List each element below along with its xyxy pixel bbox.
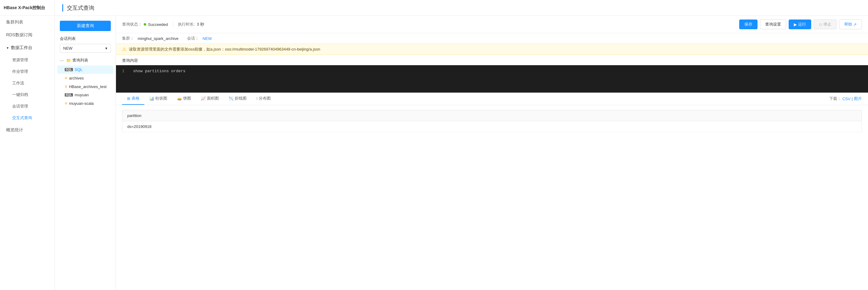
bar-icon: 📊 <box>149 96 154 101</box>
run-icon: ▶ <box>794 22 797 27</box>
session-select[interactable]: NEW ▾ <box>60 44 111 53</box>
sidebar-item-rds-subscribe[interactable]: RDS数据订阅 <box>0 29 55 41</box>
download-label: 下载： <box>829 96 841 102</box>
main-area: 交互式查询 新建查询 会话列表 NEW ▾ — 📁 查询列表 <box>55 0 868 290</box>
query-item-hbase-archives-test[interactable]: ≡ HBase_archives_test <box>57 82 113 91</box>
table-icon: ⊞ <box>127 96 130 101</box>
divider-1 <box>173 22 173 27</box>
column-partition: partition <box>122 110 862 121</box>
cluster-label: 集群： <box>122 36 134 41</box>
save-button[interactable]: 保存 <box>739 20 757 29</box>
tab-pie[interactable]: 🥧 饼图 <box>172 93 196 105</box>
query-list-header: — 📁 查询列表 <box>57 57 113 64</box>
sidebar-item-workflow[interactable]: 工作流 <box>6 77 55 89</box>
expand-arrow-icon: ▼ <box>6 46 9 50</box>
cell-ds: ds=20190918 <box>122 121 862 132</box>
app-title: HBase X-Pack控制台 <box>4 5 45 11</box>
query-item-muyuan-scala[interactable]: ≡ muyuan-scala <box>57 99 113 108</box>
run-button[interactable]: ▶ 运行 <box>789 20 811 29</box>
app-logo: HBase X-Pack控制台 <box>0 0 55 16</box>
spark-icon: ≡ <box>65 76 67 80</box>
sql-badge-icon: SQL <box>65 68 73 71</box>
status-section: 查询状态： Succeeded <box>122 22 168 27</box>
content-area: 新建查询 会话列表 NEW ▾ — 📁 查询列表 SQL SQL <box>55 16 868 290</box>
warning-bar: ⚠ 读取资源管理里面的文件需要添加oss前缀，如a.json：oss://mul… <box>116 44 868 55</box>
spark-icon-3: ≡ <box>65 101 67 106</box>
session-link[interactable]: NEW <box>203 36 212 41</box>
line-number: 1 <box>122 69 128 73</box>
folder-icon: 📁 <box>66 58 71 63</box>
status-dot-icon <box>144 23 146 26</box>
query-item-muyuan[interactable]: SQL muyuan <box>57 91 113 99</box>
result-table-container: partition ds=20190918 <box>116 105 868 290</box>
query-settings-button[interactable]: 查询设置 <box>760 20 786 29</box>
query-content-label: 查询内容 <box>116 55 868 65</box>
cluster-info-bar: 集群： minghui_spark_archive 会话： NEW <box>116 33 868 44</box>
sidebar-item-one-key-archive[interactable]: 一键归档 <box>6 89 55 101</box>
session-info-label: 会话： <box>187 36 199 41</box>
table-row: ds=20190918 <box>122 121 862 132</box>
toolbar-actions: 保存 查询设置 ▶ 运行 ⊙ 停止 帮助 ↗ <box>739 20 862 29</box>
stop-icon: ⊙ <box>819 22 822 27</box>
warning-icon: ⚠ <box>122 46 126 52</box>
download-separator: | <box>852 97 853 101</box>
exec-time-value: 3 秒 <box>197 22 204 27</box>
tab-scatter[interactable]: ⁝ 分布图 <box>251 93 276 105</box>
sidebar: HBase X-Pack控制台 集群列表 RDS数据订阅 ▼ 数据工作台 资源管… <box>0 0 55 290</box>
session-label: 会话列表 <box>60 36 111 41</box>
chevron-down-icon: ▾ <box>105 46 107 50</box>
tab-area[interactable]: 📈 面积图 <box>196 93 224 105</box>
line-icon: 📉 <box>228 96 234 101</box>
query-toolbar: 查询状态： Succeeded 执行时长: 3 秒 保存 查询设置 ▶ 运行 <box>116 16 868 33</box>
collapse-icon[interactable]: — <box>60 58 64 63</box>
right-panel: 查询状态： Succeeded 执行时长: 3 秒 保存 查询设置 ▶ 运行 <box>116 16 868 290</box>
code-line-1: 1 show partitions orders <box>122 69 862 73</box>
query-item-archives[interactable]: ≡ archives <box>57 74 113 82</box>
download-image-link[interactable]: 图片 <box>854 96 862 102</box>
download-section: 下载： CSV | 图片 <box>829 96 862 102</box>
spark-icon-2: ≡ <box>65 84 67 89</box>
download-csv-link[interactable]: CSV <box>842 97 850 101</box>
query-list-section: — 📁 查询列表 SQL SQL ≡ archives ≡ HBase_a <box>55 57 116 108</box>
status-value: Succeeded <box>148 22 168 27</box>
sidebar-item-job-mgmt[interactable]: 作业管理 <box>6 66 55 77</box>
result-tabs: ⊞ 表格 📊 柱状图 🥧 饼图 📈 面积图 📉 折线图 <box>116 93 868 105</box>
sidebar-item-resource-mgmt[interactable]: 资源管理 <box>6 54 55 66</box>
area-icon: 📈 <box>201 96 206 101</box>
left-panel: 新建查询 会话列表 NEW ▾ — 📁 查询列表 SQL SQL <box>55 16 116 290</box>
sidebar-item-cluster-list[interactable]: 集群列表 <box>0 16 55 29</box>
tab-line[interactable]: 📉 折线图 <box>224 93 251 105</box>
sidebar-item-session-mgmt[interactable]: 会话管理 <box>6 101 55 112</box>
help-button[interactable]: 帮助 ↗ <box>839 20 862 29</box>
code-editor[interactable]: 1 show partitions orders <box>116 65 868 93</box>
sidebar-item-interactive-query[interactable]: 交互式查询 <box>6 112 55 124</box>
page-header: 交互式查询 <box>55 0 868 16</box>
exec-time-section: 执行时长: 3 秒 <box>178 22 204 27</box>
code-content: show partitions orders <box>133 69 186 73</box>
sidebar-sub-items: 资源管理 作业管理 工作流 一键归档 会话管理 交互式查询 <box>0 54 55 124</box>
warning-text: 读取资源管理里面的文件需要添加oss前缀，如a.json：oss://multi… <box>129 47 320 52</box>
tab-bar[interactable]: 📊 柱状图 <box>144 93 172 105</box>
exec-time-label: 执行时长: <box>178 22 195 27</box>
new-query-button[interactable]: 新建查询 <box>60 21 111 31</box>
sidebar-item-overview-stats[interactable]: 概览统计 <box>0 124 55 137</box>
sql-badge-icon-2: SQL <box>65 93 73 97</box>
sidebar-item-data-workbench[interactable]: ▼ 数据工作台 <box>0 41 55 54</box>
page-title: 交互式查询 <box>62 4 94 11</box>
scatter-icon: ⁝ <box>256 96 257 101</box>
result-table: partition ds=20190918 <box>122 110 862 132</box>
session-section: 会话列表 NEW ▾ <box>55 36 116 53</box>
cluster-value: minghui_spark_archive <box>138 36 179 41</box>
pie-icon: 🥧 <box>177 96 182 101</box>
external-link-icon: ↗ <box>854 22 857 27</box>
stop-button[interactable]: ⊙ 停止 <box>814 20 837 29</box>
query-item-sql[interactable]: SQL SQL <box>57 66 113 74</box>
tab-table[interactable]: ⊞ 表格 <box>122 93 144 105</box>
status-label: 查询状态： <box>122 22 142 27</box>
